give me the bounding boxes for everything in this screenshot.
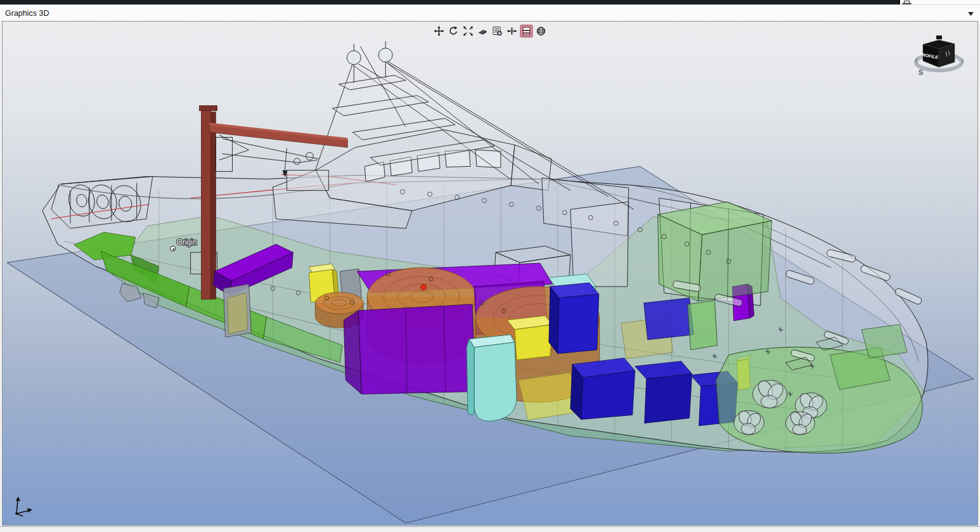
- pan-icon[interactable]: [433, 25, 446, 37]
- equipment-purple-main: [344, 304, 475, 394]
- bottom-frame: [0, 526, 980, 532]
- panel-dropdown-icon[interactable]: [968, 12, 974, 16]
- panel-header: Graphics 3D: [0, 4, 980, 21]
- ship-3d-model[interactable]: Origin: [3, 22, 977, 525]
- ucs-axis-icon: [10, 495, 38, 519]
- rotate-icon[interactable]: [448, 25, 460, 37]
- graphics-3d-viewport[interactable]: Origin: [2, 21, 978, 526]
- equipment-cyan: [467, 335, 517, 421]
- rendered-view-icon[interactable]: [535, 25, 548, 37]
- panel-title: Graphics 3D: [5, 9, 49, 18]
- zoom-extents-icon[interactable]: [462, 25, 475, 37]
- reference-point-red: [421, 284, 427, 290]
- top-dark-bar: [0, 0, 900, 4]
- view-toolbar: [433, 25, 548, 37]
- nav-cube-ring-letter[interactable]: S: [919, 68, 923, 76]
- origin-label: Origin: [177, 238, 197, 247]
- view-navigation-cube[interactable]: S PROFILE: [910, 36, 969, 79]
- origin-point: [171, 246, 176, 251]
- clip-plane-icon[interactable]: [477, 25, 489, 37]
- profile-view-icon[interactable]: [520, 25, 533, 37]
- display-options-icon[interactable]: [491, 25, 504, 37]
- fit-width-icon[interactable]: [506, 25, 519, 37]
